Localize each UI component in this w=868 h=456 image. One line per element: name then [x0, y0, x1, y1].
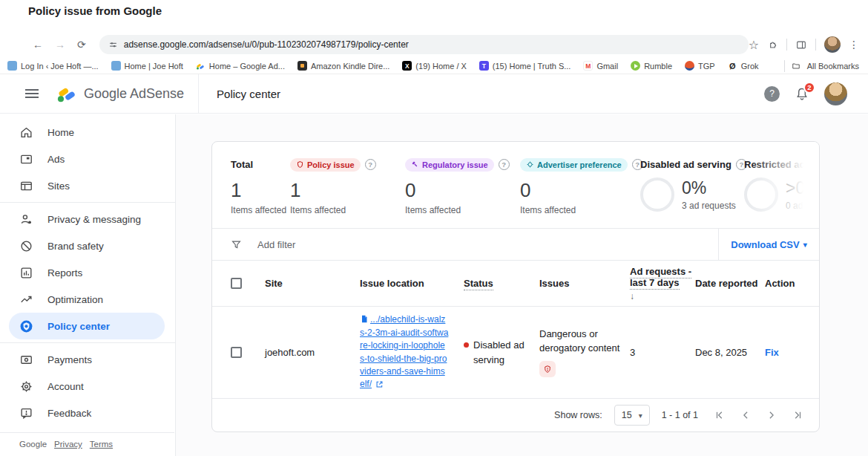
col-header-issues[interactable]: Issues: [539, 278, 630, 289]
help-icon[interactable]: ?: [365, 159, 376, 170]
advertiser-preference-label: Advertiser preference: [537, 160, 622, 169]
feedback-icon: [19, 406, 33, 420]
sidebar-item-reports[interactable]: Reports: [0, 259, 175, 286]
address-bar[interactable]: adsense.google.com/adsense/u/0/pub-11023…: [99, 35, 749, 54]
regulatory-issue-sub: Items affected: [405, 205, 520, 215]
menu-hamburger-icon[interactable]: [25, 89, 39, 98]
sidebar-item-brand-safety[interactable]: Brand safety: [0, 232, 175, 259]
bookmark-item[interactable]: Home | Joe Hoft: [111, 61, 183, 71]
rows-per-page-select[interactable]: 15 ▾: [614, 405, 650, 426]
last-page-icon[interactable]: [792, 410, 803, 420]
sidebar-item-home[interactable]: Home: [0, 119, 175, 146]
site-info-icon[interactable]: [108, 40, 118, 50]
col-header-status[interactable]: Status: [464, 278, 539, 289]
issue-location-link[interactable]: .../ablechild-is-walzs-2-3m-ai-audit-sof…: [360, 314, 448, 389]
privacy-link[interactable]: Privacy: [54, 440, 82, 449]
sidebar-item-sites[interactable]: Sites: [0, 172, 175, 199]
bookmark-item[interactable]: Log In ‹ Joe Hoft —...: [7, 61, 99, 71]
ad-requests-cell: 3: [630, 347, 695, 358]
bookmark-label: (15) Home | Truth S...: [493, 62, 571, 71]
table-row: joehoft.com .../ablechild-is-walzs-2-3m-…: [212, 307, 819, 399]
bookmark-label: Gmail: [596, 62, 618, 71]
bookmark-item[interactable]: Rumble: [631, 61, 672, 71]
bookmark-item[interactable]: T (15) Home | Truth S...: [479, 61, 571, 71]
sidebar-item-account[interactable]: Account: [0, 373, 175, 400]
sidebar-divider: [0, 202, 175, 203]
advertiser-preference-count: 0: [520, 179, 640, 202]
bookmark-item[interactable]: X (19) Home / X: [402, 61, 466, 71]
browser-toolbar: ← → ⟳ adsense.google.com/adsense/u/0/pub…: [0, 33, 868, 56]
help-icon[interactable]: ?: [764, 86, 780, 102]
sidebar-item-payments[interactable]: Payments: [0, 346, 175, 373]
sidebar-item-policy-center[interactable]: Policy center: [9, 313, 165, 339]
policy-issue-label: Policy issue: [307, 160, 355, 169]
previous-page-icon[interactable]: [740, 410, 751, 420]
col-header-ad-requests[interactable]: Ad requests - last 7 days ↓: [630, 266, 695, 302]
sidebar-item-feedback[interactable]: Feedback: [0, 400, 175, 426]
reload-icon[interactable]: ⟳: [77, 39, 86, 51]
home-icon: [19, 126, 33, 140]
truth-social-favicon: T: [479, 61, 489, 71]
notification-badge: 2: [803, 82, 815, 94]
next-page-icon[interactable]: [766, 410, 777, 420]
row-checkbox[interactable]: [231, 347, 242, 358]
bookmark-star-icon[interactable]: ☆: [749, 38, 759, 52]
bookmark-label: Home | Joe Hoft: [125, 62, 183, 71]
app-page-title: Policy center: [217, 88, 280, 100]
policy-center-icon: [19, 319, 33, 333]
sort-desc-icon[interactable]: ↓: [630, 291, 695, 302]
user-avatar[interactable]: [824, 82, 847, 105]
sidebar-item-ads[interactable]: Ads: [0, 146, 175, 172]
browser-profile-avatar[interactable]: [824, 36, 841, 53]
help-icon[interactable]: ?: [499, 159, 510, 170]
forward-icon[interactable]: →: [55, 39, 65, 51]
extensions-icon[interactable]: [767, 39, 778, 51]
issue-location-cell: .../ablechild-is-walzs-2-3m-ai-audit-sof…: [360, 313, 449, 391]
add-filter-button[interactable]: Add filter: [257, 239, 295, 250]
advertiser-preference-sub: Items affected: [520, 205, 640, 215]
sidebar-item-label: Privacy & messaging: [47, 214, 141, 225]
issues-cell: Dangerous or derogatory content: [539, 328, 627, 378]
bookmark-item[interactable]: Ø Grok: [728, 61, 759, 71]
bookmark-label: Rumble: [644, 62, 672, 71]
external-link-icon[interactable]: [375, 380, 384, 388]
regulatory-issue-badge: Regulatory issue: [405, 158, 494, 172]
bookmarks-bar: Log In ‹ Joe Hoft —... Home | Joe Hoft H…: [0, 58, 868, 74]
browser-menu-icon[interactable]: ⋮: [849, 39, 859, 51]
side-panel-icon[interactable]: [795, 39, 807, 51]
bookmark-item[interactable]: M Gmail: [583, 61, 618, 71]
bookmark-item[interactable]: Amazon Kindle Dire...: [297, 61, 389, 71]
terms-link[interactable]: Terms: [90, 440, 113, 449]
policy-issue-badge: Policy issue: [290, 158, 361, 172]
col-header-site[interactable]: Site: [265, 278, 360, 289]
bookmark-label: (19) Home / X: [415, 62, 466, 71]
gmail-favicon: M: [583, 61, 593, 71]
policy-shield-badge[interactable]: [539, 361, 556, 377]
sidebar-item-label: Ads: [47, 154, 65, 165]
rows-per-page-value: 15: [622, 410, 632, 420]
caret-down-icon: ▾: [639, 411, 642, 420]
sidebar-footer: Google Privacy Terms: [0, 432, 174, 456]
brand-name: Google AdSense: [84, 86, 184, 102]
download-csv-button[interactable]: Download CSV ▾: [718, 229, 819, 260]
notifications-button[interactable]: 2: [795, 86, 809, 102]
all-bookmarks-button[interactable]: All Bookmarks: [784, 60, 859, 72]
sidebar-divider: [0, 342, 175, 343]
bookmark-item[interactable]: TGP: [685, 61, 715, 71]
disabled-ad-serving-label: Disabled ad serving: [640, 159, 731, 170]
bookmark-label: TGP: [698, 62, 715, 71]
grok-favicon: Ø: [728, 61, 737, 71]
fix-action-link[interactable]: Fix: [765, 347, 779, 358]
select-all-checkbox[interactable]: [231, 278, 242, 289]
sidebar-item-label: Policy center: [47, 321, 110, 332]
sidebar-item-privacy-messaging[interactable]: Privacy & messaging: [0, 206, 175, 232]
col-header-issue-location[interactable]: Issue location: [360, 278, 464, 289]
sidebar-item-label: Reports: [47, 267, 82, 279]
sidebar-item-optimization[interactable]: Optimization: [0, 286, 175, 313]
col-header-date-reported[interactable]: Date reported: [695, 278, 765, 289]
back-icon[interactable]: ←: [33, 39, 43, 51]
first-page-icon[interactable]: [714, 410, 725, 420]
status-cell: Disabled ad serving: [464, 338, 532, 367]
app-header: Google AdSense Policy center ? 2: [0, 74, 868, 114]
bookmark-item[interactable]: Home – Google Ad...: [196, 61, 285, 71]
